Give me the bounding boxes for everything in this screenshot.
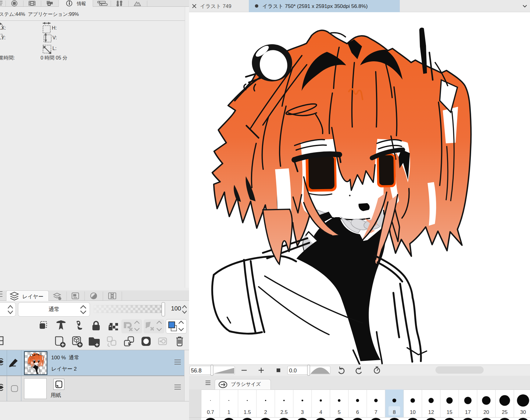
svg-text:レイヤー: レイヤー: [22, 294, 43, 300]
svg-text:L:: L:: [52, 46, 56, 51]
svg-text:1.5: 1.5: [244, 409, 251, 415]
svg-text:20: 20: [483, 409, 489, 415]
svg-text:0 時間 05 分: 0 時間 05 分: [41, 55, 67, 60]
svg-text:17: 17: [465, 409, 471, 415]
svg-text:30: 30: [520, 409, 526, 415]
svg-text:15: 15: [447, 409, 453, 415]
svg-text:情報: 情報: [77, 1, 86, 6]
svg-text:7: 7: [374, 409, 377, 415]
svg-text:2.5: 2.5: [280, 409, 288, 415]
svg-text:6: 6: [356, 409, 359, 415]
svg-text:業時間:: 業時間:: [0, 55, 15, 60]
svg-text:56.8: 56.8: [191, 368, 202, 374]
svg-text:2: 2: [264, 409, 267, 415]
svg-text:Y:: Y:: [1, 35, 5, 40]
svg-text:V:: V:: [52, 35, 57, 40]
svg-text:0.0: 0.0: [289, 368, 297, 374]
svg-text:0.7: 0.7: [207, 409, 214, 415]
svg-text:10: 10: [410, 409, 416, 415]
svg-text:H:: H:: [52, 25, 57, 31]
svg-text:4: 4: [319, 409, 322, 415]
svg-text:1: 1: [227, 409, 230, 415]
svg-text:12: 12: [428, 409, 434, 415]
svg-text:25: 25: [502, 409, 508, 415]
svg-text:3: 3: [301, 409, 304, 415]
svg-text:5: 5: [338, 409, 340, 415]
svg-text:X:: X:: [1, 25, 6, 31]
svg-text:8: 8: [393, 409, 396, 415]
